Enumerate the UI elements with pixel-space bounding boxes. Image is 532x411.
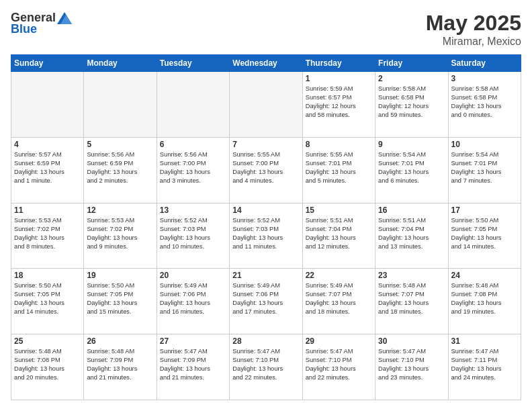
weekday-header-thursday: Thursday [302, 55, 375, 72]
day-number: 22 [306, 271, 372, 280]
calendar-cell: 5Sunrise: 5:56 AMSunset: 6:59 PMDaylight… [84, 137, 157, 203]
day-number: 11 [14, 205, 81, 215]
cell-info: Sunrise: 5:50 AMSunset: 7:05 PMDaylight:… [87, 281, 153, 316]
title-block: May 2025 Miramar, Mexico [426, 11, 521, 48]
cell-info: Sunrise: 5:48 AMSunset: 7:08 PMDaylight:… [451, 281, 518, 316]
calendar-cell: 22Sunrise: 5:49 AMSunset: 7:07 PMDayligh… [302, 269, 375, 334]
title-month: May 2025 [426, 11, 521, 36]
calendar-cell: 13Sunrise: 5:52 AMSunset: 7:03 PMDayligh… [157, 203, 229, 269]
day-number: 17 [451, 205, 518, 215]
cell-info: Sunrise: 5:49 AMSunset: 7:07 PMDaylight:… [306, 281, 372, 316]
cell-info: Sunrise: 5:47 AMSunset: 7:10 PMDaylight:… [378, 347, 445, 382]
day-number: 7 [232, 140, 299, 149]
day-number: 18 [14, 271, 81, 280]
calendar-cell: 18Sunrise: 5:50 AMSunset: 7:05 PMDayligh… [11, 269, 84, 334]
cell-info: Sunrise: 5:52 AMSunset: 7:03 PMDaylight:… [160, 216, 226, 251]
calendar-cell: 19Sunrise: 5:50 AMSunset: 7:05 PMDayligh… [84, 269, 157, 334]
cell-info: Sunrise: 5:54 AMSunset: 7:01 PMDaylight:… [378, 150, 445, 185]
calendar-cell: 31Sunrise: 5:47 AMSunset: 7:11 PMDayligh… [448, 334, 521, 400]
week-row-3: 11Sunrise: 5:53 AMSunset: 7:02 PMDayligh… [11, 203, 521, 269]
day-number: 27 [160, 336, 226, 346]
cell-info: Sunrise: 5:48 AMSunset: 7:07 PMDaylight:… [378, 281, 445, 316]
day-number: 12 [87, 205, 153, 215]
cell-info: Sunrise: 5:51 AMSunset: 7:04 PMDaylight:… [306, 216, 372, 251]
cell-info: Sunrise: 5:56 AMSunset: 6:59 PMDaylight:… [87, 150, 153, 185]
weekday-header-row: SundayMondayTuesdayWednesdayThursdayFrid… [11, 55, 521, 72]
cell-info: Sunrise: 5:56 AMSunset: 7:00 PMDaylight:… [160, 150, 226, 185]
calendar-cell: 14Sunrise: 5:52 AMSunset: 7:03 PMDayligh… [230, 203, 302, 269]
cell-info: Sunrise: 5:47 AMSunset: 7:11 PMDaylight:… [451, 347, 518, 382]
calendar-cell [11, 72, 84, 138]
page: General Blue May 2025 Miramar, Mexico Su… [0, 0, 532, 411]
cell-info: Sunrise: 5:47 AMSunset: 7:10 PMDaylight:… [232, 347, 299, 382]
calendar-cell: 21Sunrise: 5:49 AMSunset: 7:06 PMDayligh… [230, 269, 302, 334]
cell-info: Sunrise: 5:52 AMSunset: 7:03 PMDaylight:… [232, 216, 299, 251]
weekday-header-saturday: Saturday [448, 55, 521, 72]
day-number: 2 [378, 74, 445, 83]
weekday-header-friday: Friday [375, 55, 448, 72]
calendar-cell: 26Sunrise: 5:48 AMSunset: 7:09 PMDayligh… [84, 334, 157, 400]
day-number: 5 [87, 140, 153, 149]
calendar-cell: 1Sunrise: 5:59 AMSunset: 6:57 PMDaylight… [302, 72, 375, 138]
calendar-cell: 17Sunrise: 5:50 AMSunset: 7:05 PMDayligh… [448, 203, 521, 269]
cell-info: Sunrise: 5:55 AMSunset: 7:00 PMDaylight:… [232, 150, 299, 185]
day-number: 23 [378, 271, 445, 280]
cell-info: Sunrise: 5:49 AMSunset: 7:06 PMDaylight:… [232, 281, 299, 316]
calendar-cell: 20Sunrise: 5:49 AMSunset: 7:06 PMDayligh… [157, 269, 229, 334]
week-row-1: 1Sunrise: 5:59 AMSunset: 6:57 PMDaylight… [11, 72, 521, 138]
calendar-cell: 30Sunrise: 5:47 AMSunset: 7:10 PMDayligh… [375, 334, 448, 400]
day-number: 29 [306, 336, 372, 346]
day-number: 3 [451, 74, 518, 83]
calendar-cell: 25Sunrise: 5:48 AMSunset: 7:08 PMDayligh… [11, 334, 84, 400]
weekday-header-wednesday: Wednesday [230, 55, 302, 72]
cell-info: Sunrise: 5:48 AMSunset: 7:09 PMDaylight:… [87, 347, 153, 382]
cell-info: Sunrise: 5:48 AMSunset: 7:08 PMDaylight:… [14, 347, 81, 382]
calendar-table: SundayMondayTuesdayWednesdayThursdayFrid… [11, 54, 521, 400]
calendar-cell: 8Sunrise: 5:55 AMSunset: 7:01 PMDaylight… [302, 137, 375, 203]
day-number: 6 [160, 140, 226, 149]
calendar-cell: 28Sunrise: 5:47 AMSunset: 7:10 PMDayligh… [230, 334, 302, 400]
calendar-cell: 12Sunrise: 5:53 AMSunset: 7:02 PMDayligh… [84, 203, 157, 269]
calendar-cell [84, 72, 157, 138]
cell-info: Sunrise: 5:47 AMSunset: 7:10 PMDaylight:… [306, 347, 372, 382]
cell-info: Sunrise: 5:58 AMSunset: 6:58 PMDaylight:… [378, 85, 445, 120]
day-number: 14 [232, 205, 299, 215]
day-number: 20 [160, 271, 226, 280]
day-number: 28 [232, 336, 299, 346]
logo: General Blue [11, 11, 72, 36]
weekday-header-tuesday: Tuesday [157, 55, 229, 72]
calendar-cell: 7Sunrise: 5:55 AMSunset: 7:00 PMDaylight… [230, 137, 302, 203]
title-location: Miramar, Mexico [426, 36, 521, 48]
calendar-cell: 15Sunrise: 5:51 AMSunset: 7:04 PMDayligh… [302, 203, 375, 269]
day-number: 26 [87, 336, 153, 346]
cell-info: Sunrise: 5:59 AMSunset: 6:57 PMDaylight:… [306, 85, 372, 120]
logo-icon [57, 12, 72, 24]
calendar-cell: 29Sunrise: 5:47 AMSunset: 7:10 PMDayligh… [302, 334, 375, 400]
day-number: 9 [378, 140, 445, 149]
cell-info: Sunrise: 5:50 AMSunset: 7:05 PMDaylight:… [14, 281, 81, 316]
cell-info: Sunrise: 5:57 AMSunset: 6:59 PMDaylight:… [14, 150, 81, 185]
calendar-cell: 27Sunrise: 5:47 AMSunset: 7:09 PMDayligh… [157, 334, 229, 400]
cell-info: Sunrise: 5:54 AMSunset: 7:01 PMDaylight:… [451, 150, 518, 185]
cell-info: Sunrise: 5:55 AMSunset: 7:01 PMDaylight:… [306, 150, 372, 185]
calendar-cell: 23Sunrise: 5:48 AMSunset: 7:07 PMDayligh… [375, 269, 448, 334]
calendar-cell: 24Sunrise: 5:48 AMSunset: 7:08 PMDayligh… [448, 269, 521, 334]
calendar-cell: 3Sunrise: 5:58 AMSunset: 6:58 PMDaylight… [448, 72, 521, 138]
day-number: 15 [306, 205, 372, 215]
calendar-cell: 11Sunrise: 5:53 AMSunset: 7:02 PMDayligh… [11, 203, 84, 269]
cell-info: Sunrise: 5:51 AMSunset: 7:04 PMDaylight:… [378, 216, 445, 251]
day-number: 24 [451, 271, 518, 280]
day-number: 19 [87, 271, 153, 280]
week-row-5: 25Sunrise: 5:48 AMSunset: 7:08 PMDayligh… [11, 334, 521, 400]
logo-blue: Blue [11, 22, 37, 36]
header: General Blue May 2025 Miramar, Mexico [11, 11, 521, 48]
calendar-cell [230, 72, 302, 138]
day-number: 8 [306, 140, 372, 149]
weekday-header-monday: Monday [84, 55, 157, 72]
calendar-cell: 2Sunrise: 5:58 AMSunset: 6:58 PMDaylight… [375, 72, 448, 138]
calendar-cell [157, 72, 229, 138]
cell-info: Sunrise: 5:49 AMSunset: 7:06 PMDaylight:… [160, 281, 226, 316]
calendar-cell: 16Sunrise: 5:51 AMSunset: 7:04 PMDayligh… [375, 203, 448, 269]
day-number: 25 [14, 336, 81, 346]
day-number: 30 [378, 336, 445, 346]
